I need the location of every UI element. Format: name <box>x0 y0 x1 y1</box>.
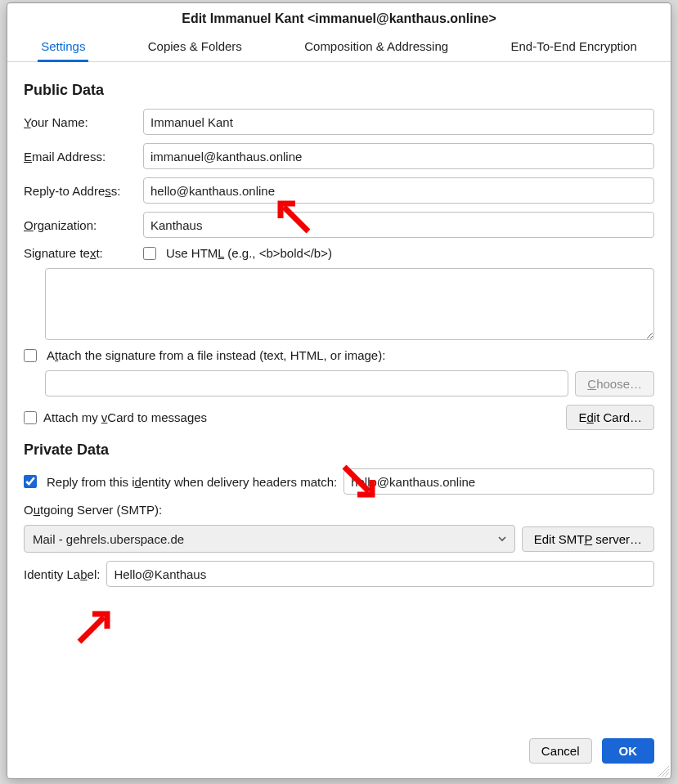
attach-signature-file-label: Attach the signature from a file instead… <box>47 348 385 362</box>
cancel-button[interactable]: Cancel <box>529 738 592 764</box>
settings-panel: Public Data Your Name: Email Address: Re… <box>7 62 671 727</box>
reply-from-identity-input[interactable] <box>343 468 654 495</box>
edit-card-button[interactable]: Edit Card… <box>566 405 654 430</box>
reply-from-identity-label: Reply from this identity when delivery h… <box>47 475 337 489</box>
outgoing-server-label: Outgoing Server (SMTP): <box>24 503 162 517</box>
private-data-heading: Private Data <box>24 441 654 459</box>
use-html-label: Use HTML (e.g., <b>bold</b>) <box>166 246 332 260</box>
edit-smtp-server-button[interactable]: Edit SMTP server… <box>522 526 654 552</box>
signature-text-label: Signature text: <box>24 246 137 260</box>
use-html-checkbox[interactable] <box>143 247 156 260</box>
tab-copies-folders[interactable]: Copies & Folders <box>145 33 245 61</box>
reply-to-label: Reply-to Address: <box>24 184 137 198</box>
outgoing-server-select[interactable]: Mail - gehrels.uberspace.de <box>24 525 515 553</box>
dialog-footer: Cancel OK <box>7 727 671 778</box>
tab-composition-addressing[interactable]: Composition & Addressing <box>301 33 451 61</box>
tab-settings[interactable]: Settings <box>38 33 88 61</box>
choose-file-button: Choose… <box>575 371 654 396</box>
resize-grip-icon[interactable] <box>658 765 669 777</box>
signature-textarea[interactable] <box>45 268 654 340</box>
organization-input[interactable] <box>143 212 654 238</box>
email-address-label: Email Address: <box>24 150 137 164</box>
dialog-title: Edit Immanuel Kant <immanuel@kanthaus.on… <box>7 3 671 33</box>
organization-label: Organization: <box>24 218 137 232</box>
tab-end-to-end-encryption[interactable]: End-To-End Encryption <box>508 33 640 61</box>
identity-label-input[interactable] <box>106 561 654 587</box>
attach-vcard-checkbox[interactable] <box>24 411 37 424</box>
email-address-input[interactable] <box>143 143 654 169</box>
reply-from-identity-checkbox[interactable] <box>24 475 37 488</box>
public-data-heading: Public Data <box>24 82 654 99</box>
identity-label-label: Identity Label: <box>24 567 100 581</box>
edit-identity-dialog: Edit Immanuel Kant <immanuel@kanthaus.on… <box>7 2 671 779</box>
tab-bar: Settings Copies & Folders Composition & … <box>7 33 671 62</box>
your-name-input[interactable] <box>143 109 654 135</box>
attach-vcard-label: Attach my vCard to messages <box>43 410 207 424</box>
attach-signature-file-checkbox[interactable] <box>24 349 37 362</box>
your-name-label: Your Name: <box>24 115 137 129</box>
reply-to-input[interactable] <box>143 177 654 204</box>
ok-button[interactable]: OK <box>602 738 655 764</box>
signature-file-path-input <box>45 370 568 396</box>
